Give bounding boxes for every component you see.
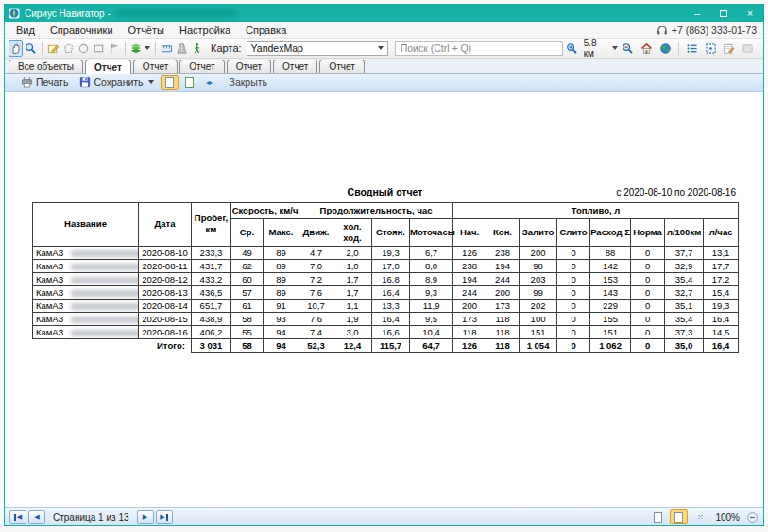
tab-report-4[interactable]: Отчет <box>227 60 271 73</box>
menu-item-1[interactable]: Справочники <box>43 22 121 38</box>
minimize-button[interactable]: – <box>684 5 710 22</box>
tab-report-1[interactable]: Отчет <box>85 60 131 74</box>
pan-tool-button[interactable] <box>9 40 23 57</box>
col-header-idle: хол. ход. <box>333 218 372 246</box>
view-page-width-button[interactable]: ◂▸ <box>200 75 218 90</box>
pedestrian-button[interactable] <box>190 40 204 57</box>
map-edit-button[interactable] <box>46 40 60 57</box>
table-cell: 203 <box>520 272 557 285</box>
status-view-multi-button[interactable]: ⁙ <box>691 509 708 524</box>
tab-report-3[interactable]: Отчет <box>179 60 224 73</box>
table-cell: 35,4 <box>665 272 704 285</box>
view-single-page-button[interactable] <box>161 75 179 90</box>
table-cell: 7,4 <box>299 325 333 338</box>
page-indicator: Страница 1 из 13 <box>53 512 129 523</box>
map-label: Карта: <box>211 43 242 54</box>
tab-report-6[interactable]: Отчет <box>319 60 364 73</box>
total-idle: 12,4 <box>333 338 372 352</box>
next-page-button[interactable]: ▶ <box>137 510 154 524</box>
edit-note-button[interactable] <box>721 40 738 57</box>
total-fuel-hour: 16,4 <box>704 338 739 352</box>
object-list-button[interactable] <box>684 40 701 57</box>
layers-button[interactable] <box>128 40 151 57</box>
table-cell: 2020-08-14 <box>139 299 192 312</box>
zoom-out-button[interactable] <box>620 40 637 57</box>
zoom-in-icon <box>566 43 578 55</box>
col-group-fuel: Топливо, л <box>453 203 739 219</box>
vehicle-name-cell: КамАЗ <box>33 272 139 285</box>
status-view-fit-button[interactable] <box>670 509 688 524</box>
menu-item-0[interactable]: Вид <box>9 22 43 38</box>
table-cell: 10,4 <box>410 325 453 338</box>
table-cell: 17,0 <box>372 259 410 272</box>
table-cell: 14,5 <box>704 325 739 338</box>
width-arrows-icon: ◂▸ <box>206 78 212 87</box>
save-button[interactable]: Сохранить <box>75 76 158 89</box>
maximize-icon <box>720 10 727 17</box>
table-cell: 2,0 <box>333 246 372 259</box>
prev-page-button[interactable]: ◀ <box>28 510 45 524</box>
route-button[interactable] <box>175 40 189 57</box>
table-cell: 651,7 <box>192 299 231 312</box>
flag-tool-button[interactable] <box>107 40 121 57</box>
close-report-button[interactable]: Закрыть <box>230 77 267 88</box>
measure-button[interactable] <box>160 40 174 57</box>
zoom-search-button[interactable] <box>24 40 38 57</box>
table-cell: 60 <box>231 272 264 285</box>
vehicle-name-cell: КамАЗ <box>33 246 139 259</box>
polygon-tool-button[interactable] <box>61 40 76 57</box>
maximize-button[interactable] <box>710 5 737 22</box>
close-button[interactable]: × <box>737 5 763 22</box>
map-select[interactable]: YandexMap <box>247 41 388 56</box>
print-button[interactable]: Печать <box>16 76 73 89</box>
chevron-down-icon[interactable] <box>612 46 618 50</box>
table-cell: 16,4 <box>372 312 410 325</box>
table-cell: 32,7 <box>665 285 704 299</box>
table-cell: 7,6 <box>299 312 333 325</box>
tab-report-5[interactable]: Отчет <box>273 60 317 73</box>
tab-report-2[interactable]: Отчет <box>133 60 178 73</box>
tab-all-objects[interactable]: Все объекты <box>9 60 83 73</box>
table-cell: 89 <box>264 246 299 259</box>
table-cell: 0 <box>557 272 590 285</box>
menu-item-3[interactable]: Настройка <box>172 22 238 38</box>
table-cell: 35,1 <box>665 299 704 312</box>
table-cell: 8,9 <box>410 272 453 285</box>
table-cell: 2020-08-13 <box>139 285 192 299</box>
table-cell: 2020-08-16 <box>139 325 192 338</box>
rect-tool-button[interactable] <box>92 40 106 57</box>
circle-tool-button[interactable] <box>77 40 91 57</box>
support-phone: +7 (863) 333-01-73 <box>672 25 757 36</box>
total-fuel-start: 126 <box>453 338 486 352</box>
menu-item-2[interactable]: Отчёты <box>121 22 172 38</box>
table-cell: 49 <box>231 246 264 259</box>
vehicle-plate-redacted <box>71 277 138 283</box>
first-page-button[interactable]: ◀ <box>9 510 26 524</box>
vehicle-name-cell: КамАЗ <box>33 299 139 312</box>
zoom-out-minus-icon[interactable] <box>746 511 759 523</box>
report-page: Сводный отчет с 2020-08-10 по 2020-08-16… <box>5 92 763 507</box>
map-scale-value[interactable]: 5.8 км <box>584 38 608 59</box>
home-button[interactable] <box>639 40 656 57</box>
list-icon <box>686 43 698 55</box>
fit-selection-button[interactable] <box>702 40 719 57</box>
last-page-button[interactable]: ▶ <box>156 510 173 524</box>
flag-icon <box>108 43 120 55</box>
table-cell: 194 <box>453 272 486 285</box>
table-cell: 0 <box>557 246 590 259</box>
menu-item-4[interactable]: Справка <box>238 22 294 38</box>
col-group-duration: Продолжительность, час <box>299 203 453 219</box>
table-cell: 118 <box>486 325 520 338</box>
toolbar-separator <box>125 42 126 55</box>
table-row: КамАЗ2020-08-10233,349894,72,019,36,7126… <box>33 246 739 259</box>
polygon-icon <box>62 43 75 55</box>
status-view-single-button[interactable] <box>649 509 667 524</box>
search-input[interactable] <box>395 41 563 56</box>
col-header-fuel-filled: Залито <box>520 218 557 246</box>
zoom-in-button[interactable] <box>564 40 581 57</box>
col-header-stop: Стоян. <box>372 218 410 246</box>
view-full-page-button[interactable] <box>180 75 198 90</box>
globe-button[interactable] <box>657 40 674 57</box>
table-cell: 173 <box>486 299 520 312</box>
table-cell: 200 <box>453 299 486 312</box>
